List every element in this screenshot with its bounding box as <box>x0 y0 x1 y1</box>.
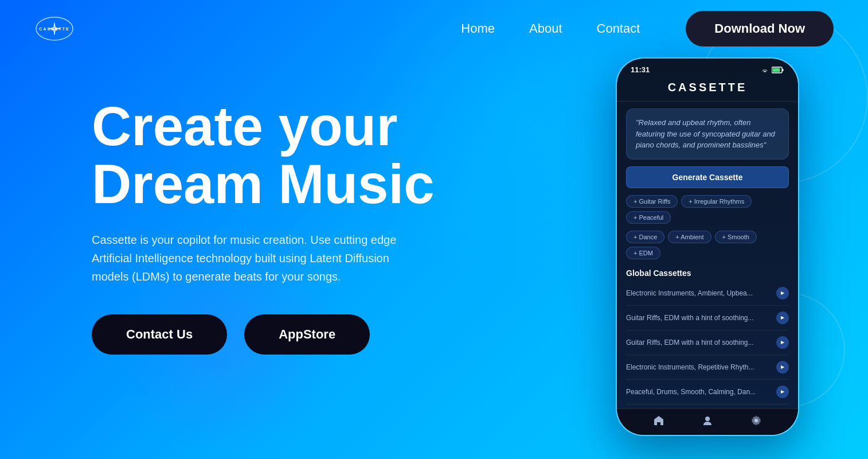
nav-item-home[interactable]: Home <box>461 21 495 36</box>
tag-dance[interactable]: + Dance <box>626 231 664 243</box>
main-content: Create your Dream Music Cassette is your… <box>0 57 868 459</box>
contact-us-button[interactable]: Contact Us <box>92 314 227 355</box>
hero-heading: Create your Dream Music <box>92 98 616 213</box>
phone-prompt-text: "Relaxed and upbeat rhythm, often featur… <box>636 118 775 149</box>
phone-prompt-box: "Relaxed and upbeat rhythm, often featur… <box>626 108 789 160</box>
hero-section: Create your Dream Music Cassette is your… <box>92 69 616 355</box>
phone-status-icons <box>760 67 784 73</box>
play-button-1[interactable]: ▶ <box>776 312 789 324</box>
cassette-item-text: Peaceful, Drums, Smooth, Calming, Dan... <box>626 388 772 396</box>
svg-rect-5 <box>783 69 784 71</box>
phone-device: 11:31 <box>616 57 799 436</box>
cassette-list: Electronic Instruments, Ambient, Upbea..… <box>617 281 798 409</box>
svg-rect-6 <box>773 68 780 72</box>
nav-item-about[interactable]: About <box>529 21 562 36</box>
tag-peaceful[interactable]: + Peaceful <box>626 211 671 224</box>
nav-item-contact[interactable]: Contact <box>597 21 640 36</box>
bottom-nav-home-icon[interactable] <box>653 415 664 429</box>
phone-time: 11:31 <box>631 65 650 74</box>
svg-text:CASSETTE: CASSETTE <box>39 27 69 31</box>
appstore-button[interactable]: AppStore <box>244 314 370 355</box>
phone-app-header: CASSETTE <box>617 76 798 102</box>
cassette-item-text: Guitar Riffs, EDM with a hint of soothin… <box>626 314 772 322</box>
logo-area: CASSETTE <box>34 9 75 49</box>
svg-point-7 <box>705 417 710 421</box>
phone-bottom-nav <box>617 409 798 435</box>
list-item[interactable]: Peaceful, Drums, Smooth, Calming, Dan...… <box>626 380 789 404</box>
bottom-nav-settings-icon[interactable] <box>750 415 762 429</box>
phone-app-title: CASSETTE <box>617 81 798 94</box>
play-button-4[interactable]: ▶ <box>776 386 789 398</box>
tag-edm[interactable]: + EDM <box>626 247 660 259</box>
hero-description: Cassette is your copilot for music creat… <box>92 231 424 286</box>
play-button-3[interactable]: ▶ <box>776 361 789 374</box>
tag-guitar-riffs[interactable]: + Guitar Riffs <box>626 195 678 208</box>
play-button-0[interactable]: ▶ <box>776 287 789 299</box>
tag-irregular-rhythms[interactable]: + Irregular Rhythms <box>681 195 752 208</box>
logo-icon: CASSETTE <box>34 9 75 49</box>
cassette-item-text: Guitar Riffs, EDM with a hint of soothin… <box>626 339 772 347</box>
bottom-nav-profile-icon[interactable] <box>702 415 713 429</box>
navbar: CASSETTE Home About Contact Download Now <box>0 0 868 57</box>
download-button[interactable]: Download Now <box>686 11 834 46</box>
phone-mockup-container: 11:31 <box>616 57 811 436</box>
list-item[interactable]: Electronic Instruments, Ambient, Upbea..… <box>626 281 789 306</box>
tag-smooth[interactable]: + Smooth <box>715 231 757 243</box>
list-item[interactable]: Guitar Riffs, EDM with a hint of soothin… <box>626 330 789 355</box>
phone-status-bar: 11:31 <box>617 59 798 76</box>
wifi-icon <box>760 67 769 73</box>
play-button-2[interactable]: ▶ <box>776 336 789 349</box>
global-cassettes-title: Global Cassettes <box>617 264 798 281</box>
cassette-item-text: Electronic Instruments, Ambient, Upbea..… <box>626 289 772 297</box>
list-item[interactable]: Guitar Riffs, EDM with a hint of soothin… <box>626 306 789 330</box>
cta-buttons: Contact Us AppStore <box>92 314 616 355</box>
list-item[interactable]: Electronic Instruments, Repetitive Rhyth… <box>626 355 789 380</box>
generate-cassette-button[interactable]: Generate Cassette <box>626 166 789 188</box>
tag-ambient[interactable]: + Ambient <box>668 231 711 243</box>
battery-icon <box>772 67 784 73</box>
nav-links: Home About Contact <box>461 21 640 36</box>
tags-row-1: + Guitar Riffs + Irregular Rhythms + Pea… <box>617 193 798 226</box>
tags-row-2: + Dance + Ambient + Smooth + EDM <box>617 228 798 262</box>
cassette-item-text: Electronic Instruments, Repetitive Rhyth… <box>626 363 772 371</box>
phone-screen: 11:31 <box>617 59 798 435</box>
